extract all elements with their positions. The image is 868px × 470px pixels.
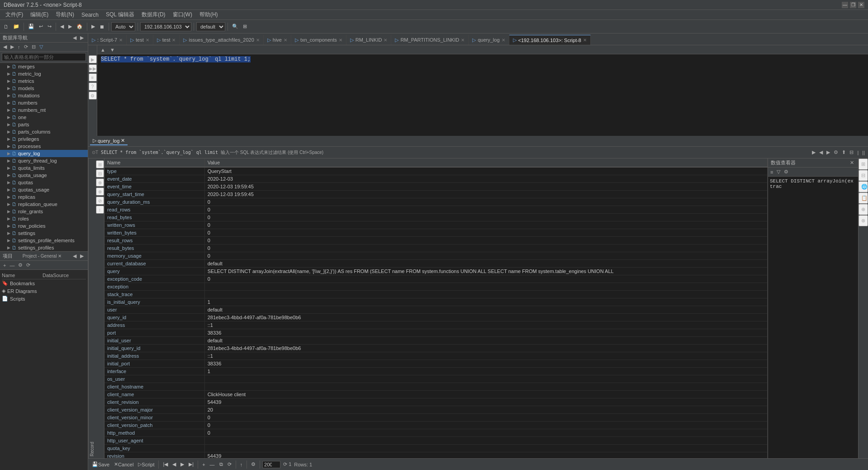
tab-close-7[interactable]: ✕ [461, 38, 465, 43]
project-collapse-btn[interactable]: ◀ [71, 253, 78, 259]
tree-item-quota_limits[interactable]: ▶🗋quota_limits [0, 164, 88, 172]
back-btn[interactable]: ◀ [58, 22, 66, 32]
tree-item-query_log[interactable]: ▶🗋query_log [0, 150, 88, 157]
next-row-btn[interactable]: ▶ [179, 460, 186, 470]
settings-icon[interactable]: ⚙ [89, 91, 97, 100]
save-results-btn[interactable]: 💾 Save [90, 460, 111, 470]
tree-item-replicas[interactable]: ▶🗋replicas [0, 193, 88, 201]
project-refresh-btn[interactable]: ⟳ [25, 262, 32, 269]
project-expand-btn[interactable]: ▶ [79, 253, 85, 259]
script-btn[interactable]: ▷ Script [136, 460, 156, 470]
tab-close-8[interactable]: ✕ [502, 38, 505, 43]
tree-item-row_policies[interactable]: ▶🗋row_policies [0, 222, 88, 230]
tree-item-roles[interactable]: ▶🗋roles [0, 215, 88, 222]
record-icon2[interactable]: ⊟ [96, 169, 104, 177]
script-tab-6[interactable]: ▷RM_LINKID✕ [346, 35, 392, 45]
script-tab-7[interactable]: ▷RM_PARTITIONS_LINKID✕ [391, 35, 469, 45]
far-right-btn3[interactable]: 🌐 [859, 181, 868, 192]
undo-btn[interactable]: ↩ [37, 22, 45, 32]
maximize-button[interactable]: ❐ [850, 2, 856, 8]
db-navigator-search-input[interactable] [2, 53, 86, 61]
db-nav-refresh-btn[interactable]: ⟳ [23, 43, 29, 50]
tab-close-3[interactable]: ✕ [256, 38, 260, 43]
results-col-btn[interactable]: | [856, 149, 860, 156]
run-all-btn[interactable]: ▶▶ [89, 64, 97, 72]
results-next-btn[interactable]: ▶ [825, 149, 831, 156]
far-right-btn6[interactable]: ⊗ [859, 215, 868, 226]
db-navigator-expand-btn[interactable]: ▶ [79, 34, 85, 41]
db-nav-back-btn[interactable]: ◀ [2, 43, 8, 50]
tree-item-merges[interactable]: ▶🗋merges [0, 63, 88, 70]
project-bookmarks[interactable]: 🔖 Bookmarks [2, 279, 86, 287]
add-row-btn[interactable]: + [200, 460, 207, 470]
first-row-btn[interactable]: |◀ [161, 460, 170, 470]
tree-item-parts_columns[interactable]: ▶🗋parts_columns [0, 128, 88, 135]
tree-item-parts[interactable]: ▶🗋parts [0, 121, 88, 128]
menu-item[interactable]: 窗口(W) [169, 10, 196, 19]
editor-content[interactable]: SELECT * from `system`.`query_log` ql li… [97, 54, 868, 64]
script-tab-1[interactable]: ▷test✕ [127, 35, 153, 45]
tree-item-metric_log[interactable]: ▶🗋metric_log [0, 70, 88, 77]
menu-item[interactable]: 帮助(H) [196, 10, 222, 19]
format-btn[interactable]: ≡ [89, 73, 97, 82]
menu-item[interactable]: 文件(F) [2, 10, 27, 19]
results-col2-btn[interactable]: || [861, 149, 866, 156]
dup-row-btn[interactable]: ⧉ [218, 460, 225, 470]
sql-editor[interactable]: ▲ ▼ SELECT * from `system`.`query_log` q… [97, 45, 868, 136]
far-right-btn2[interactable]: ⊟ [859, 170, 868, 181]
tree-item-numbers[interactable]: ▶🗋numbers [0, 99, 88, 106]
script-tab-5[interactable]: ▷txn_components✕ [291, 35, 346, 45]
vv-btn1[interactable]: ≡ [769, 169, 774, 175]
tree-item-quota_usage[interactable]: ▶🗋quota_usage [0, 172, 88, 179]
results-export-btn[interactable]: ⬆ [840, 149, 847, 156]
tree-item-processes[interactable]: ▶🗋processes [0, 143, 88, 150]
script-tab-9[interactable]: ▷<192.168.106.103>: Script-8✕ [509, 35, 591, 45]
tree-item-privileges[interactable]: ▶🗋privileges [0, 135, 88, 143]
tree-item-models[interactable]: ▶🗋models [0, 85, 88, 92]
record-icon3[interactable]: ⊕ [96, 178, 104, 187]
new-btn[interactable]: 🗋 [2, 22, 10, 32]
last-row-btn[interactable]: ▶| [187, 460, 195, 470]
tab-close-1[interactable]: ✕ [146, 38, 149, 43]
record-icon1[interactable]: ⊞ [96, 160, 104, 168]
tab-close-4[interactable]: ✕ [284, 38, 287, 43]
tree-item-replication_queue[interactable]: ▶🗋replication_queue [0, 201, 88, 208]
menu-item[interactable]: SQL 编辑器 [102, 10, 138, 19]
stop-btn[interactable]: ⏹ [98, 22, 106, 32]
record-icon4[interactable]: ⊗ [96, 187, 104, 196]
tree-item-numbers_mt[interactable]: ▶🗋numbers_mt [0, 106, 88, 114]
vv-btn2[interactable]: ▽ [775, 168, 782, 175]
run-query-btn[interactable]: ▶ [89, 55, 97, 63]
db-nav-fwd-btn[interactable]: ▶ [9, 43, 15, 50]
explain-btn[interactable]: ? [89, 82, 97, 91]
project-gear-btn[interactable]: ⚙ [17, 262, 24, 269]
results-tab-query-log[interactable]: ▷ query_log ✕ [90, 137, 128, 145]
results-settings-btn[interactable]: ⚙ [832, 149, 840, 156]
refresh-data-btn[interactable]: ⟳ [226, 460, 233, 470]
tree-item-query_thread_log[interactable]: ▶🗋query_thread_log [0, 157, 88, 164]
results-prev-btn[interactable]: ◀ [818, 149, 824, 156]
db-nav-up-btn[interactable]: ↑ [16, 43, 22, 50]
default-dropdown[interactable]: default [196, 22, 225, 31]
record-icon5[interactable]: ⊘ [96, 197, 104, 205]
project-minus-btn[interactable]: — [8, 262, 16, 269]
home-btn[interactable]: 🏠 [75, 22, 85, 32]
open-btn[interactable]: 📁 [11, 22, 21, 32]
tab-close-6[interactable]: ✕ [384, 38, 387, 43]
collapse-editor-btn[interactable]: ▼ [109, 47, 116, 53]
tree-item-one[interactable]: ▶🗋one [0, 114, 88, 121]
script-tab-8[interactable]: ▷query_log✕ [469, 35, 509, 45]
menu-item[interactable]: 数据库(D) [138, 10, 169, 19]
script-tab-0[interactable]: ▷: Script-7✕ [88, 35, 127, 45]
menu-item[interactable]: 导航(N) [52, 10, 78, 19]
db-nav-collapse-all-btn[interactable]: ⊟ [30, 43, 37, 50]
project-er-diagrams[interactable]: ◈ ER Diagrams [2, 287, 86, 295]
close-button[interactable]: ✕ [858, 2, 864, 8]
cancel-results-btn[interactable]: ✕ Cancel [112, 460, 135, 470]
record-icon6[interactable]: ↕ [96, 206, 104, 214]
row-limit-input[interactable] [262, 461, 280, 468]
tree-item-mutations[interactable]: ▶🗋mutations [0, 92, 88, 99]
db-nav-filter-btn[interactable]: ▽ [38, 43, 44, 50]
tree-item-settings_profile_elements[interactable]: ▶🗋settings_profile_elements [0, 237, 88, 244]
tree-item-settings[interactable]: ▶🗋settings [0, 230, 88, 237]
